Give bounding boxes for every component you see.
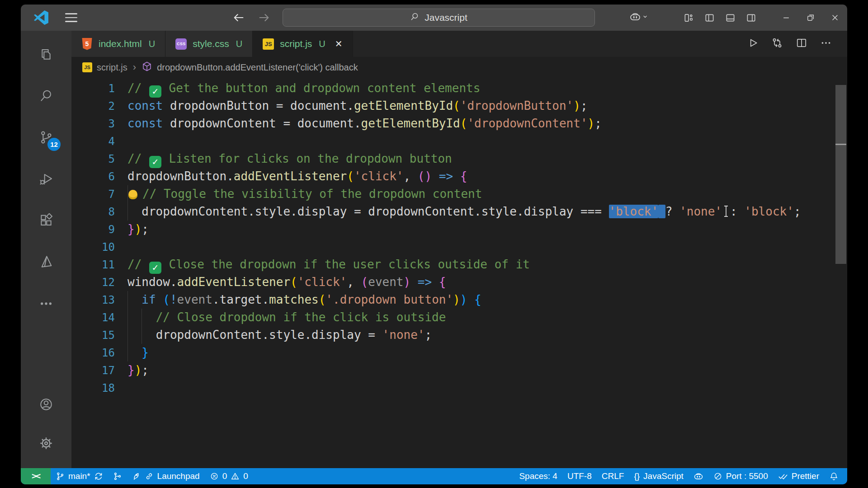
sidebar-item-search[interactable] — [21, 76, 71, 117]
close-tab-icon[interactable]: ✕ — [335, 38, 343, 49]
code-line[interactable]: 6dropdownButton.addEventListener('click'… — [71, 168, 847, 185]
copilot-status-button[interactable] — [689, 468, 708, 484]
launchpad-button[interactable]: Launchpad — [127, 468, 205, 484]
scrollbar-thumb[interactable] — [835, 85, 846, 264]
code-token: addEventListener — [234, 169, 347, 183]
tab-index-html[interactable]: 5 index.html U — [71, 31, 165, 57]
code-token — [163, 99, 170, 113]
copilot-menu[interactable] — [629, 11, 649, 24]
encoding-button[interactable]: UTF-8 — [562, 468, 597, 484]
git-branch-button[interactable]: main* — [51, 468, 108, 484]
code-line[interactable]: 13 if (!event.target.matches('.dropdown … — [71, 291, 847, 309]
tab-style-css[interactable]: CSS style.css U — [165, 31, 253, 57]
code-line[interactable]: 18 — [71, 379, 847, 397]
git-graph-icon — [113, 472, 122, 481]
menu-icon[interactable] — [65, 13, 77, 22]
code-token: ) — [135, 222, 142, 236]
code-editor[interactable]: 1// ✓ Get the button and dropdown conten… — [71, 78, 847, 468]
code-token — [410, 275, 418, 289]
code-line[interactable]: 11// ✓ Close the dropdown if the user cl… — [71, 256, 847, 273]
language-mode-button[interactable]: {} JavaScript — [629, 468, 688, 484]
remote-indicator[interactable]: >< — [21, 468, 51, 484]
code-line-text[interactable]: // ✓ Get the button and dropdown content… — [115, 80, 847, 97]
code-line-text[interactable]: }); — [115, 221, 847, 238]
code-line[interactable]: 10 — [71, 238, 847, 256]
git-graph-button[interactable] — [108, 468, 127, 484]
settings-button[interactable] — [21, 425, 71, 464]
code-line[interactable]: 15 dropdownContent.style.display = 'none… — [71, 326, 847, 344]
port-label: Port : 5500 — [726, 471, 768, 481]
restore-icon[interactable] — [798, 5, 823, 31]
customize-layout-icon[interactable] — [678, 5, 699, 31]
port-button[interactable]: Port : 5500 — [708, 468, 773, 484]
sidebar-item-run-debug[interactable] — [21, 159, 71, 201]
code-line-text[interactable]: // Toggle the visibility of the dropdown… — [115, 185, 847, 203]
sidebar-item-more[interactable] — [21, 284, 71, 325]
open-changes-icon[interactable] — [771, 37, 783, 51]
code-line-text[interactable]: dropdownButton.addEventListener('click',… — [115, 168, 847, 185]
sidebar-item-extensions[interactable] — [21, 201, 71, 242]
code-line-text[interactable] — [115, 132, 847, 150]
code-token: ? — [665, 205, 673, 218]
toggle-secondary-sidebar-icon[interactable] — [741, 5, 761, 31]
code-line-text[interactable]: // ✓ Close the dropdown if the user clic… — [115, 256, 847, 273]
command-center-search[interactable]: Javascript — [283, 9, 595, 27]
navigate-back-icon[interactable] — [232, 11, 246, 24]
code-line[interactable]: 1// ✓ Get the button and dropdown conten… — [71, 80, 847, 97]
lightbulb-icon[interactable] — [128, 190, 137, 199]
indentation-button[interactable]: Spaces: 4 — [514, 468, 562, 484]
code-line-text[interactable]: // Close dropdown if the click is outsid… — [115, 309, 847, 326]
breadcrumb[interactable]: JS script.js › dropdownButton.addEventLi… — [71, 57, 847, 78]
code-line-text[interactable] — [115, 238, 847, 256]
breadcrumb-file[interactable]: script.js — [97, 62, 127, 73]
code-line-text[interactable] — [115, 379, 847, 397]
sidebar-item-source-control[interactable]: 12 — [21, 117, 71, 159]
code-token — [573, 205, 580, 218]
close-icon[interactable] — [823, 5, 847, 31]
code-line-text[interactable]: // ✓ Listen for clicks on the dropdown b… — [115, 150, 847, 168]
breadcrumb-symbol[interactable]: dropdownButton.addEventListener('click')… — [157, 62, 358, 73]
code-line[interactable]: 16 } — [71, 344, 847, 361]
more-actions-icon[interactable] — [820, 37, 832, 51]
code-line-text[interactable]: const dropdownContent = document.getElem… — [115, 115, 847, 132]
tab-script-js[interactable]: JS script.js U ✕ — [253, 31, 353, 57]
prettier-button[interactable]: Prettier — [773, 468, 824, 484]
code-line[interactable]: 4 — [71, 132, 847, 150]
sidebar-item-prism[interactable] — [21, 242, 71, 284]
minimize-icon[interactable] — [774, 5, 798, 31]
code-token: ( — [361, 275, 368, 289]
indentation-label: Spaces: 4 — [519, 471, 557, 481]
problems-button[interactable]: 0 0 — [205, 468, 253, 484]
code-token: ( — [163, 293, 170, 306]
code-line-text[interactable]: }); — [115, 361, 847, 379]
extensions-icon — [39, 213, 53, 230]
code-line-text[interactable]: window.addEventListener('click', (event)… — [115, 273, 847, 291]
code-line[interactable]: 7// Toggle the visibility of the dropdow… — [71, 185, 847, 203]
code-line-text[interactable]: const dropdownButton = document.getEleme… — [115, 97, 847, 115]
code-line[interactable]: 17}); — [71, 361, 847, 379]
code-line[interactable]: 12window.addEventListener('click', (even… — [71, 273, 847, 291]
line-number: 15 — [71, 329, 115, 342]
code-line[interactable]: 5// ✓ Listen for clicks on the dropdown … — [71, 150, 847, 168]
code-line[interactable]: 8 dropdownContent.style.display = dropdo… — [71, 203, 847, 221]
run-icon[interactable] — [747, 37, 759, 51]
code-line-text[interactable]: if (!event.target.matches('.dropdown but… — [115, 291, 847, 309]
code-line-text[interactable]: dropdownContent.style.display = 'none'; — [115, 326, 847, 344]
split-editor-icon[interactable] — [796, 37, 807, 51]
sidebar-item-explorer[interactable] — [21, 34, 71, 76]
accounts-button[interactable] — [21, 386, 71, 425]
remote-icon: >< — [32, 471, 40, 481]
navigate-forward-icon[interactable] — [258, 11, 271, 24]
toggle-panel-icon[interactable] — [720, 5, 741, 31]
code-token: ; — [794, 205, 801, 218]
eol-button[interactable]: CRLF — [597, 468, 629, 484]
code-line[interactable]: 3const dropdownContent = document.getEle… — [71, 115, 847, 132]
code-line-text[interactable]: dropdownContent.style.display = dropdown… — [115, 203, 847, 221]
code-line[interactable]: 2const dropdownButton = document.getElem… — [71, 97, 847, 115]
code-line-text[interactable]: } — [115, 344, 847, 361]
title-bar: Javascript — [21, 5, 847, 31]
toggle-sidebar-icon[interactable] — [699, 5, 720, 31]
code-line[interactable]: 14 // Close dropdown if the click is out… — [71, 309, 847, 326]
code-line[interactable]: 9}); — [71, 221, 847, 238]
notifications-button[interactable] — [824, 468, 844, 484]
